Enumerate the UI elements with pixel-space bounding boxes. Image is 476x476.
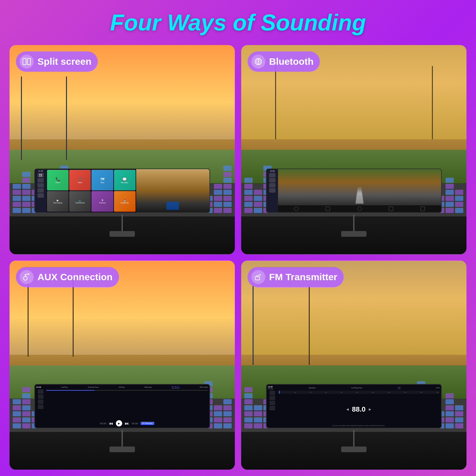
feature-grid: 21:45 📞 Phone [10, 45, 466, 470]
fm-radio-screen: 12:00Sunday Speaker CarPlay/Auto FM AUX [266, 384, 442, 428]
device-base-3 [109, 446, 135, 452]
bluetooth-label: Bluetooth [269, 56, 314, 67]
fm-frequency: 88.0 [352, 405, 366, 413]
device-stand-4 [353, 430, 354, 447]
aux-icon [20, 270, 34, 284]
carplay-screen-1: 21:45 📞 Phone [34, 169, 210, 213]
bt-camera-screen: 12:00 [266, 169, 442, 213]
aux-label: AUX Connection [37, 272, 113, 282]
device-stand-1 [122, 215, 123, 232]
fm-label: FM Transmitter [269, 272, 337, 282]
svg-line-13 [256, 275, 260, 276]
device-base-2 [341, 231, 367, 237]
device-stand-2 [353, 215, 354, 232]
fm-icon [251, 270, 265, 284]
device-base-1 [109, 231, 135, 237]
device-stand-3 [122, 430, 123, 447]
split-screen-icon [20, 55, 34, 69]
svg-rect-0 [23, 58, 26, 65]
split-screen-card: 21:45 📞 Phone [10, 45, 235, 254]
bt-music-screen: 12:45 CarPlay Android Auto AirPlay Mirac… [34, 384, 210, 428]
fm-badge: FM Transmitter [248, 267, 344, 287]
svg-rect-1 [27, 58, 30, 65]
svg-point-6 [23, 276, 27, 280]
bluetooth-icon [251, 55, 265, 69]
svg-rect-10 [255, 277, 260, 280]
aux-badge: AUX Connection [16, 267, 119, 287]
fm-card: 12:00Sunday Speaker CarPlay/Auto FM AUX [241, 261, 466, 470]
bluetooth-badge: Bluetooth [248, 51, 320, 72]
page-title: Four Ways of Sounding [110, 10, 366, 36]
split-screen-label: Split screen [37, 56, 91, 67]
device-base-4 [341, 446, 367, 452]
aux-card: 12:45 CarPlay Android Auto AirPlay Mirac… [10, 261, 235, 470]
split-screen-badge: Split screen [16, 51, 98, 72]
bluetooth-card: 12:00 [241, 45, 466, 254]
svg-point-14 [260, 274, 261, 275]
